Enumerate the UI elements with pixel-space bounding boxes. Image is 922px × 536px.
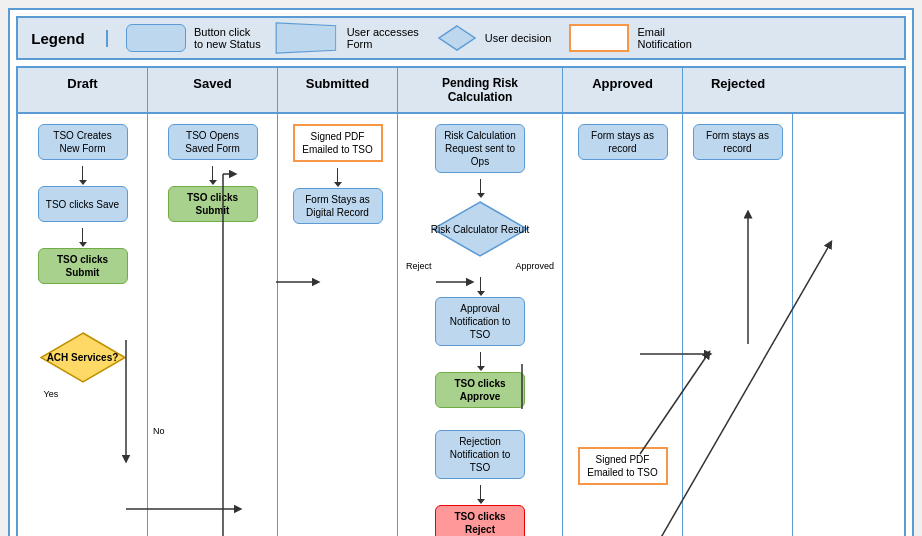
legend-button-shape (126, 24, 186, 52)
col-approved: Form stays as record Signed PDF Emailed … (563, 114, 683, 536)
col-submitted: Signed PDF Emailed to TSO Form Stays as … (278, 114, 398, 536)
legend-diamond-shape (437, 24, 477, 52)
arrow-7 (480, 352, 481, 366)
node-approval-notif: Approval Notification to TSO (435, 297, 525, 346)
node-ach-diamond: ACH Services? (38, 330, 128, 385)
arrow-1 (82, 166, 83, 180)
arrow-4 (337, 168, 338, 182)
node-risk-request: Risk Calculation Request sent to Ops (435, 124, 525, 173)
legend-form-label: User accessesForm (347, 26, 419, 50)
node-tso-reject: TSO clicks Reject (435, 505, 525, 536)
legend-form-shape (275, 22, 336, 53)
node-tso-approve: TSO clicks Approve (435, 372, 525, 408)
col-pending: Risk Calculation Request sent to Ops Ris… (398, 114, 563, 536)
label-yes: Yes (44, 389, 59, 399)
arrow-5 (480, 179, 481, 193)
node-form-record-approved: Form stays as record (578, 124, 668, 160)
node-rejection-notif: Rejection Notification to TSO (435, 430, 525, 479)
legend-bar: Legend Button clickto new Status User ac… (16, 16, 906, 60)
legend-item-decision: User decision (437, 24, 552, 52)
main-container: Legend Button clickto new Status User ac… (8, 8, 914, 536)
label-no: No (153, 426, 165, 436)
header-submitted: Submitted (278, 68, 398, 112)
flow-body: TSO Creates New Form TSO clicks Save TSO… (18, 114, 904, 536)
svg-marker-0 (439, 26, 475, 50)
col-saved: TSO Opens Saved Form TSO clicks Submit N… (148, 114, 278, 536)
arrow-6 (480, 277, 481, 291)
node-tso-save: TSO clicks Save (38, 186, 128, 222)
col-draft: TSO Creates New Form TSO clicks Save TSO… (18, 114, 148, 536)
flow-labels-row: Reject Approved (404, 261, 556, 271)
node-signed-pdf-submitted: Signed PDF Emailed to TSO (293, 124, 383, 162)
node-risk-diamond: Risk Calculator Result (430, 199, 530, 259)
node-form-digital: Form Stays as Digital Record (293, 188, 383, 224)
arrow-8 (480, 485, 481, 499)
legend-email-shape (569, 24, 629, 52)
node-tso-submit-saved: TSO clicks Submit (168, 186, 258, 222)
node-tso-submit-draft: TSO clicks Submit (38, 248, 128, 284)
flow-headers: Draft Saved Submitted Pending RiskCalcul… (18, 68, 904, 114)
header-saved: Saved (148, 68, 278, 112)
legend-title: Legend (28, 30, 108, 47)
legend-item-email: EmailNotification (569, 24, 691, 52)
header-draft: Draft (18, 68, 148, 112)
flowchart: Draft Saved Submitted Pending RiskCalcul… (16, 66, 906, 536)
label-reject: Reject (406, 261, 432, 271)
header-pending: Pending RiskCalculation (398, 68, 563, 112)
legend-button-label: Button clickto new Status (194, 26, 261, 50)
node-form-record-rejected: Form stays as record (693, 124, 783, 160)
label-approved: Approved (515, 261, 554, 271)
node-tso-creates: TSO Creates New Form (38, 124, 128, 160)
legend-email-label: EmailNotification (637, 26, 691, 50)
arrow-2 (82, 228, 83, 242)
header-rejected: Rejected (683, 68, 793, 112)
arrow-3 (212, 166, 213, 180)
node-signed-pdf-approved: Signed PDF Emailed to TSO (578, 447, 668, 485)
legend-item-form: User accessesForm (279, 24, 419, 52)
legend-item-button: Button clickto new Status (126, 24, 261, 52)
legend-decision-label: User decision (485, 32, 552, 44)
col-rejected: Form stays as record (683, 114, 793, 536)
header-approved: Approved (563, 68, 683, 112)
node-tso-opens: TSO Opens Saved Form (168, 124, 258, 160)
